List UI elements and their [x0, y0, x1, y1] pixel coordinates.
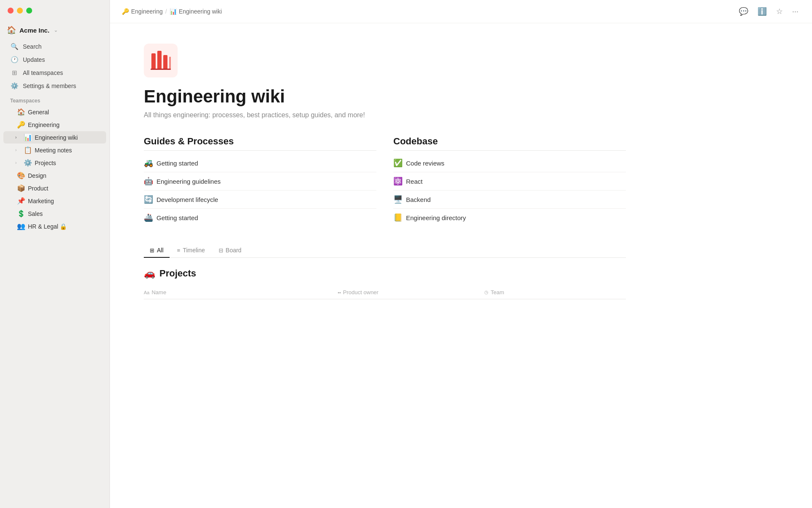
codebase-title: Codebase	[393, 136, 626, 151]
workspace-header[interactable]: 🏠 Acme Inc. ⌄	[0, 25, 110, 40]
sidebar-item-hr-legal[interactable]: 👥 HR & Legal 🔒	[3, 220, 106, 232]
workspace-icon: 🏠	[7, 25, 16, 35]
th-product-owner: •• Product owner	[337, 289, 479, 295]
codebase-item-3-icon: 📒	[393, 213, 403, 222]
codebase-item-3-text: Engineering directory	[406, 214, 466, 221]
tab-board-icon: ⊟	[219, 247, 223, 254]
tab-timeline[interactable]: ≡ Timeline	[171, 243, 211, 258]
traffic-light-green[interactable]	[26, 8, 32, 14]
th-name-icon: Aa	[144, 290, 149, 295]
tab-all-icon: ⊞	[150, 247, 154, 254]
comment-icon[interactable]: 💬	[737, 5, 750, 18]
codebase-item-0[interactable]: ✅ Code reviews	[393, 154, 626, 172]
tab-board-label: Board	[226, 247, 241, 254]
sidebar-item-sales[interactable]: 💲 Sales	[3, 207, 106, 220]
wiki-icon-svg	[149, 49, 172, 72]
sidebar-item-engineering[interactable]: 🔑 Engineering	[3, 119, 106, 131]
page-icon-wrapper	[144, 44, 178, 77]
codebase-list: ✅ Code reviews ⚛️ React 🖥️ Backend 📒 Eng…	[393, 154, 626, 226]
guides-list: 🚜 Getting started 🤖 Engineering guidelin…	[144, 154, 376, 226]
updates-icon: 🕐	[10, 56, 19, 64]
main-content: 🔑 Engineering / 📊 Engineering wiki 💬 ℹ️ …	[110, 0, 812, 508]
guides-item-0-text: Getting started	[156, 160, 198, 167]
svg-rect-0	[151, 53, 156, 69]
svg-rect-2	[163, 55, 167, 69]
sidebar-item-marketing[interactable]: 📌 Marketing	[3, 195, 106, 207]
guides-item-0[interactable]: 🚜 Getting started	[144, 154, 376, 172]
table-header: Aa Name •• Product owner ◷ Team	[144, 286, 626, 299]
tabs-bar: ⊞ All ≡ Timeline ⊟ Board	[144, 243, 626, 258]
th-team-label: Team	[491, 289, 504, 295]
tab-all[interactable]: ⊞ All	[144, 243, 170, 258]
projects-section: 🚗 Projects Aa Name •• Product owner ◷ Te…	[144, 268, 626, 299]
projects-label: Projects	[35, 160, 56, 166]
th-team-icon: ◷	[484, 290, 488, 295]
codebase-item-0-icon: ✅	[393, 158, 403, 168]
engineering-wiki-arrow: ›	[15, 135, 21, 140]
tab-all-label: All	[157, 247, 164, 254]
sidebar-item-settings[interactable]: ⚙️ Settings & members	[3, 80, 106, 92]
traffic-lights	[8, 8, 32, 14]
breadcrumb: 🔑 Engineering / 📊 Engineering wiki	[122, 8, 222, 15]
guides-item-1-text: Engineering guidelines	[156, 178, 221, 185]
codebase-item-1-icon: ⚛️	[393, 177, 403, 186]
general-icon: 🏠	[17, 108, 25, 116]
guides-item-3[interactable]: 🚢 Getting started	[144, 209, 376, 226]
sidebar-item-general[interactable]: 🏠 General	[3, 106, 106, 118]
sidebar-item-updates[interactable]: 🕐 Updates	[3, 53, 106, 66]
th-owner-icon: ••	[337, 290, 341, 295]
sidebar-item-all-teamspaces[interactable]: ⊞ All teamspaces	[3, 66, 106, 79]
breadcrumb-separator: /	[165, 8, 167, 15]
codebase-item-0-text: Code reviews	[406, 160, 444, 167]
codebase-section: Codebase ✅ Code reviews ⚛️ React 🖥️ Back…	[393, 136, 626, 226]
sidebar-search-label: Search	[23, 43, 41, 50]
meeting-notes-arrow: ›	[15, 148, 21, 152]
breadcrumb-engineering-label: Engineering	[131, 8, 163, 15]
more-icon[interactable]: ···	[790, 6, 800, 18]
codebase-item-3[interactable]: 📒 Engineering directory	[393, 209, 626, 226]
page-title: Engineering wiki	[144, 86, 626, 107]
th-team: ◷ Team	[484, 289, 626, 295]
codebase-item-2[interactable]: 🖥️ Backend	[393, 190, 626, 209]
guides-section: Guides & Processes 🚜 Getting started 🤖 E…	[144, 136, 376, 226]
guides-item-3-icon: 🚢	[144, 213, 153, 222]
traffic-light-yellow[interactable]	[17, 8, 23, 14]
sidebar-item-engineering-wiki[interactable]: › 📊 Engineering wiki	[3, 131, 106, 144]
breadcrumb-wiki-icon: 📊	[170, 8, 177, 15]
projects-arrow: ›	[15, 160, 21, 165]
codebase-item-2-icon: 🖥️	[393, 195, 403, 204]
th-name-label: Name	[151, 289, 166, 295]
projects-emoji: 🚗	[144, 268, 155, 279]
search-icon: 🔍	[10, 43, 19, 50]
breadcrumb-wiki[interactable]: 📊 Engineering wiki	[170, 8, 222, 15]
sidebar-item-projects[interactable]: › ⚙️ Projects	[3, 157, 106, 169]
projects-title-row: 🚗 Projects	[144, 268, 626, 279]
sidebar-updates-label: Updates	[23, 56, 45, 63]
projects-heading: Projects	[159, 268, 196, 279]
engineering-icon: 🔑	[17, 121, 25, 129]
sidebar-item-meeting-notes[interactable]: › 📋 Meeting notes	[3, 144, 106, 156]
engineering-label: Engineering	[28, 121, 60, 128]
workspace-chevron-icon: ⌄	[54, 27, 58, 33]
guides-item-2[interactable]: 🔄 Development lifecycle	[144, 190, 376, 209]
guides-item-2-icon: 🔄	[144, 195, 153, 204]
design-label: Design	[28, 172, 47, 179]
sidebar-item-search[interactable]: 🔍 Search	[3, 40, 106, 53]
traffic-light-red[interactable]	[8, 8, 14, 14]
codebase-item-1[interactable]: ⚛️ React	[393, 172, 626, 190]
workspace-name: Acme Inc.	[19, 27, 49, 34]
marketing-icon: 📌	[17, 197, 25, 205]
sidebar-item-product[interactable]: 📦 Product	[3, 182, 106, 194]
svg-rect-4	[151, 69, 171, 70]
tab-board[interactable]: ⊟ Board	[213, 243, 247, 258]
sidebar: 🏠 Acme Inc. ⌄ 🔍 Search 🕐 Updates ⊞ All t…	[0, 0, 110, 508]
sidebar-item-design[interactable]: 🎨 Design	[3, 169, 106, 182]
product-label: Product	[28, 185, 48, 192]
breadcrumb-engineering[interactable]: 🔑 Engineering	[122, 8, 163, 15]
th-name: Aa Name	[144, 289, 332, 295]
th-owner-label: Product owner	[343, 289, 379, 295]
info-icon[interactable]: ℹ️	[756, 5, 768, 18]
guides-item-1[interactable]: 🤖 Engineering guidelines	[144, 172, 376, 190]
tab-timeline-icon: ≡	[177, 247, 181, 254]
star-icon[interactable]: ☆	[774, 5, 785, 18]
